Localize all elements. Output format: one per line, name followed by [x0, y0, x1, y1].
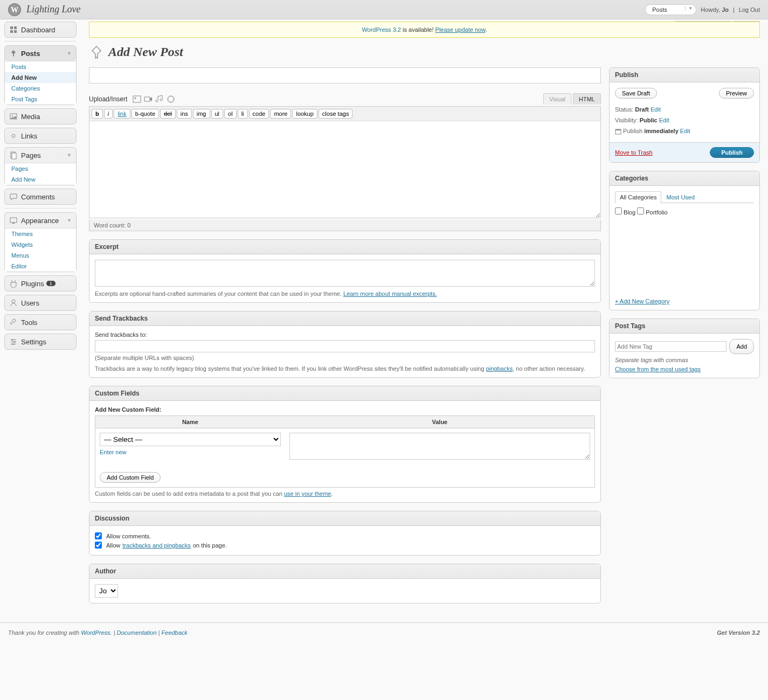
sidebar-media[interactable]: Media [5, 109, 76, 124]
categories-header[interactable]: Categories [610, 171, 759, 186]
add-audio-icon[interactable] [155, 95, 164, 103]
visual-tab[interactable]: Visual [543, 93, 571, 105]
sidebar-posts-addnew[interactable]: Add New [5, 72, 76, 83]
preview-button[interactable]: Preview [719, 88, 754, 99]
plugins-icon [9, 279, 18, 288]
add-video-icon[interactable] [144, 95, 153, 103]
add-media-icon[interactable] [167, 95, 175, 103]
sidebar-themes[interactable]: Themes [5, 228, 76, 239]
qt-del[interactable]: del [160, 109, 176, 119]
publish-header[interactable]: Publish [610, 68, 759, 82]
trackbacks-header[interactable]: Send Trackbacks [89, 311, 600, 326]
choose-tags-link[interactable]: Choose from the most used tags [615, 366, 701, 372]
qt-ins[interactable]: ins [177, 109, 192, 119]
documentation-link[interactable]: Documentation [117, 629, 157, 636]
howdy-text: Howdy, Jo [701, 6, 729, 13]
sidebar-links[interactable]: Links [5, 128, 76, 143]
edit-status-link[interactable]: Edit [651, 106, 661, 113]
excerpt-textarea[interactable] [95, 260, 595, 287]
update-now-link[interactable]: Please update now [435, 26, 486, 33]
custom-fields-header[interactable]: Custom Fields [89, 386, 600, 401]
cf-help-link[interactable]: use in your theme [284, 490, 331, 497]
add-tag-input[interactable] [615, 341, 727, 352]
qt-code[interactable]: code [249, 109, 269, 119]
cf-name-select[interactable]: — Select — [100, 433, 281, 446]
chevron-down-icon: ▼ [67, 153, 72, 158]
svg-point-17 [14, 341, 16, 343]
quick-nav-select[interactable]: Posts [645, 4, 696, 15]
html-tab[interactable]: HTML [573, 93, 601, 105]
feedback-link[interactable]: Feedback [162, 629, 188, 636]
qt-li[interactable]: li [238, 109, 248, 119]
save-draft-button[interactable]: Save Draft [615, 88, 657, 99]
sidebar-pages-all[interactable]: Pages [5, 163, 76, 174]
qt-ol[interactable]: ol [224, 109, 237, 119]
cf-enter-new[interactable]: Enter new [100, 449, 281, 455]
wordpress-logo-icon[interactable]: W [8, 3, 21, 16]
post-title-input[interactable] [89, 67, 601, 84]
quicktags-toolbar: b i link b-quote del ins img ul ol li co… [89, 106, 601, 121]
allow-trackbacks-checkbox[interactable]: Allow trackbacks and pingbacks on this p… [95, 540, 595, 550]
wp-version-link[interactable]: WordPress 3.2 [362, 26, 401, 33]
svg-rect-9 [12, 153, 16, 159]
author-select[interactable]: Jo [95, 584, 118, 598]
qt-bold[interactable]: b [92, 109, 103, 119]
sidebar-settings[interactable]: Settings [5, 334, 76, 349]
allow-comments-checkbox[interactable]: Allow comments. [95, 531, 595, 540]
edit-date-link[interactable]: Edit [680, 128, 690, 134]
add-category-link[interactable]: + Add New Category [615, 298, 754, 304]
edit-visibility-link[interactable]: Edit [659, 117, 669, 123]
wordpress-link[interactable]: WordPress [81, 629, 110, 636]
sidebar-comments[interactable]: Comments [5, 189, 76, 204]
site-title[interactable]: Lighting Love [26, 4, 645, 15]
discussion-header[interactable]: Discussion [89, 511, 600, 526]
sidebar-editor[interactable]: Editor [5, 261, 76, 272]
logout-link[interactable]: Log Out [739, 6, 760, 13]
publish-button[interactable]: Publish [710, 147, 754, 158]
author-header[interactable]: Author [89, 564, 600, 579]
sidebar-posts-all[interactable]: Posts [5, 61, 76, 72]
sidebar-dashboard[interactable]: Dashboard [5, 22, 76, 37]
excerpt-help-link[interactable]: Learn more about manual excerpts. [343, 290, 437, 297]
svg-rect-3 [14, 26, 17, 29]
sidebar-menus[interactable]: Menus [5, 250, 76, 261]
cf-value-textarea[interactable] [289, 433, 590, 460]
add-custom-field-button[interactable]: Add Custom Field [100, 472, 161, 483]
category-blog[interactable]: Blog [615, 208, 635, 217]
pingbacks-link[interactable]: pingbacks [486, 365, 513, 372]
qt-closetags[interactable]: close tags [319, 109, 353, 119]
qt-img[interactable]: img [193, 109, 210, 119]
dashboard-icon [9, 25, 18, 34]
sidebar-plugins[interactable]: Plugins 1 [5, 276, 76, 291]
sidebar-pages-addnew[interactable]: Add New [5, 174, 76, 185]
category-portfolio[interactable]: Portfolio [637, 208, 667, 217]
cat-tab-most[interactable]: Most Used [661, 191, 700, 203]
links-icon [9, 131, 18, 140]
pages-icon [9, 151, 18, 160]
qt-more[interactable]: more [270, 109, 291, 119]
add-tag-button[interactable]: Add [729, 339, 754, 354]
svg-point-20 [135, 97, 136, 99]
svg-rect-24 [615, 129, 621, 130]
tags-header[interactable]: Post Tags [610, 319, 759, 334]
sidebar-posts-tags[interactable]: Post Tags [5, 94, 76, 105]
sidebar-tools[interactable]: Tools [5, 315, 76, 330]
get-version-link[interactable]: Get Version 3.2 [717, 629, 760, 636]
sidebar-posts-categories[interactable]: Categories [5, 83, 76, 94]
cat-tab-all[interactable]: All Categories [615, 191, 661, 203]
qt-italic[interactable]: i [104, 109, 113, 119]
qt-ul[interactable]: ul [211, 109, 224, 119]
qt-bquote[interactable]: b-quote [132, 109, 159, 119]
add-image-icon[interactable] [133, 95, 141, 103]
sidebar-users[interactable]: Users [5, 295, 76, 310]
trackback-input[interactable] [95, 340, 595, 352]
content-editor[interactable] [89, 121, 601, 218]
sidebar-pages[interactable]: Pages ▼ [5, 148, 76, 163]
qt-link[interactable]: link [114, 109, 130, 119]
qt-lookup[interactable]: lookup [292, 109, 317, 119]
sidebar-widgets[interactable]: Widgets [5, 239, 76, 250]
sidebar-appearance[interactable]: Appearance ▼ [5, 213, 76, 228]
excerpt-header[interactable]: Excerpt [89, 240, 600, 254]
sidebar-posts[interactable]: Posts ▼ [5, 46, 76, 61]
move-to-trash-link[interactable]: Move to Trash [615, 149, 653, 156]
